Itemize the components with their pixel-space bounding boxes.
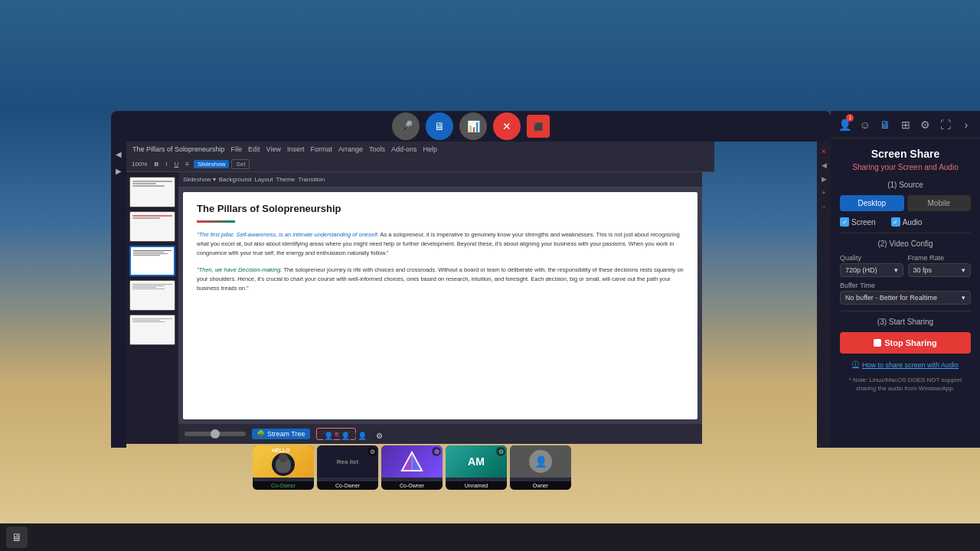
help-icon: ⓘ [852, 360, 859, 370]
participants-strip: HELLO Co-Owner ⚙ Rea list Co-Owner ⚙ [253, 445, 571, 490]
nav-icon-1[interactable]: ◀ [113, 148, 125, 160]
menu-file[interactable]: File [231, 145, 243, 153]
record-button[interactable]: ⬛ [527, 115, 550, 138]
participant-card-4[interactable]: ⚙ AM Unnamed [446, 445, 507, 490]
participant-card-1[interactable]: HELLO Co-Owner [253, 445, 314, 490]
source-selector: Desktop Mobile [840, 195, 971, 211]
stop-sharing-btn[interactable]: Stop Sharing [840, 332, 971, 354]
audio-button[interactable]: 📊 [459, 112, 487, 140]
mobile-btn[interactable]: Mobile [907, 195, 972, 211]
zoom-handle[interactable] [211, 429, 220, 439]
ptop-icon-4[interactable]: ⚙ [372, 429, 386, 442]
end-call-button[interactable]: ✕ [493, 112, 521, 140]
dtb-zoom[interactable]: 100% [129, 160, 149, 168]
doc-toolbar-slideshow[interactable]: Slideshow ▾ [183, 176, 216, 183]
rv-icon-3[interactable]: + [818, 187, 829, 198]
stream-tree-btn[interactable]: 🌳 Stream Tree [252, 429, 310, 439]
rv-close-icon[interactable]: ✕ [818, 146, 829, 157]
ptop-icon-2[interactable]: 👤 [338, 429, 352, 442]
doc-toolbar-background[interactable]: Background [219, 176, 252, 183]
taskbar-icon-1[interactable]: 🖥 [6, 527, 28, 548]
main-content-area: Slideshow ▾ Background Layout Theme Tran… [126, 172, 702, 444]
dtb-bold[interactable]: B [152, 160, 161, 168]
menu-view[interactable]: View [266, 145, 281, 153]
mic-button[interactable]: 🎤 [392, 112, 420, 140]
doc-toolbar-transition[interactable]: Transition [298, 176, 325, 183]
audio-checkbox[interactable]: ✓ Audio [891, 217, 923, 227]
audio-label: Audio [903, 218, 923, 227]
screen-share-button[interactable]: 🖥 [426, 112, 453, 140]
person-circle-btn[interactable]: ☺ [857, 116, 872, 134]
menu-addons[interactable]: Add-ons [391, 145, 417, 153]
slide-thumb-5[interactable] [129, 315, 175, 345]
slide-thumb-2[interactable] [129, 211, 175, 242]
menu-format[interactable]: Format [310, 145, 332, 153]
doc-p1-highlight: "The first pillar, Self-awareness, is an… [197, 231, 379, 238]
rv-icon-4[interactable]: − [818, 201, 829, 212]
settings-btn[interactable]: ⚙ [918, 116, 933, 134]
participant-card-3[interactable]: ⚙ Co-Owner [381, 445, 443, 490]
participant-label-5: Owner [510, 481, 571, 490]
menu-edit[interactable]: Edit [248, 145, 260, 153]
quality-select[interactable]: 720p (HD) ▾ [840, 263, 903, 277]
participant-card-2[interactable]: ⚙ Rea list Co-Owner [317, 445, 378, 490]
right-vertical-strip: ✕ ◀ ▶ + − [817, 142, 831, 448]
participant-label-2: Co-Owner [317, 481, 378, 490]
video-config-title: (2) Video Config [840, 240, 971, 248]
slide-panel [126, 172, 178, 444]
ptop-icon-1[interactable]: 👤 [322, 429, 335, 442]
doc-toolbar-theme[interactable]: Theme [276, 176, 295, 183]
screen-share-icon-btn[interactable]: 🖥 [877, 116, 893, 134]
nav-icon-2[interactable]: ▶ [113, 165, 125, 177]
panel-title: Screen Share [840, 148, 971, 160]
dtb-set[interactable]: Set [231, 159, 250, 169]
screen-checkbox[interactable]: ✓ Screen [840, 217, 876, 227]
help-link[interactable]: ⓘ How to share screen with Audio [840, 360, 971, 370]
divider-2 [840, 311, 971, 311]
zoom-slider[interactable] [185, 432, 246, 436]
slide-thumb-4[interactable] [129, 280, 175, 311]
menu-arrange[interactable]: Arrange [338, 145, 363, 153]
stop-sharing-label: Stop Sharing [884, 338, 936, 347]
document-area: Slideshow ▾ Background Layout Theme Tran… [178, 172, 702, 444]
taskbar: 🖥 [0, 523, 980, 551]
menu-help[interactable]: Help [423, 145, 438, 153]
participant-gear-3[interactable]: ⚙ [432, 447, 441, 456]
frame-rate-group: Frame Rate 30 fps ▾ [908, 254, 972, 277]
frame-rate-chevron: ▾ [962, 266, 965, 274]
app-title-bar: The Pillars of Solopreneurship File Edit… [126, 142, 714, 157]
start-sharing-title: (3) Start Sharing [840, 318, 971, 326]
participant-card-5[interactable]: 👤 Owner [510, 445, 571, 490]
participant-gear-2[interactable]: ⚙ [368, 447, 377, 456]
dtb-slideshow[interactable]: Slideshow [194, 160, 229, 168]
dtb-italic[interactable]: I [163, 160, 169, 168]
quality-chevron: ▾ [894, 266, 898, 274]
app-title: The Pillars of Solopreneurship [132, 145, 225, 153]
people-icon-btn[interactable]: 👤 1 [837, 116, 852, 134]
participant-label-3: Co-Owner [381, 481, 443, 490]
doc-paragraph-2: "Then, we have Decision-making. The solo… [197, 266, 684, 293]
ptop-icon-3[interactable]: 👤 [355, 429, 369, 442]
expand-btn[interactable]: ⛶ [938, 116, 953, 134]
screen-share-top-icon: 🖥 [880, 119, 890, 131]
menu-tools[interactable]: Tools [369, 145, 385, 153]
slide-thumb-3-active[interactable] [129, 246, 175, 276]
desktop-btn[interactable]: Desktop [840, 195, 904, 211]
dtb-underline[interactable]: U [172, 160, 181, 168]
chevron-btn[interactable]: › [959, 116, 974, 134]
buffer-select[interactable]: No buffer - Better for Realtime ▾ [840, 291, 971, 305]
stream-tree-label: Stream Tree [267, 430, 305, 438]
dtb-align[interactable]: ≡ [183, 160, 191, 168]
menu-insert[interactable]: Insert [287, 145, 305, 153]
frame-rate-select[interactable]: 30 fps ▾ [908, 263, 972, 277]
rv-icon-2[interactable]: ▶ [818, 174, 829, 184]
rv-icon-1[interactable]: ◀ [818, 160, 829, 171]
participant-gear-4[interactable]: ⚙ [496, 447, 505, 456]
doc-toolbar-layout[interactable]: Layout [254, 176, 273, 183]
doc-toolbar-row: 100% B I U ≡ Slideshow Set [126, 157, 714, 172]
slide-thumb-1[interactable] [129, 177, 175, 207]
buffer-chevron: ▾ [962, 294, 965, 302]
quality-label: Quality [840, 254, 903, 262]
apps-grid-btn[interactable]: ⊞ [897, 116, 913, 134]
call-toolbar: 🎤 🖥 📊 ✕ ⬛ [111, 111, 831, 142]
